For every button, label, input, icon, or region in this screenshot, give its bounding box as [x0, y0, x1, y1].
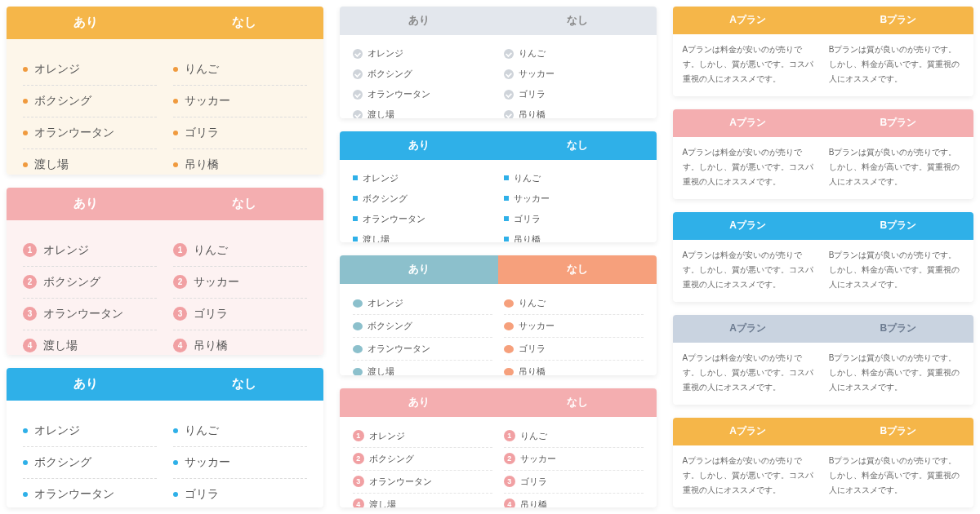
list-card-orange: あり なし オレンジ ボクシング オランウータン 渡し場 りんご サッカー ゴリ…	[7, 7, 323, 175]
square-icon	[504, 175, 509, 180]
plan-header-a: Aプラン	[673, 7, 823, 34]
bullet-icon	[23, 162, 28, 167]
plan-header-b: Bプラン	[823, 212, 973, 240]
bubble-icon	[504, 322, 514, 330]
square-icon	[504, 216, 509, 221]
list-item-label: ボクシング	[43, 275, 100, 290]
list-item-label: オランウータン	[34, 487, 114, 502]
bubble-icon	[353, 345, 363, 353]
plan-text-a: Aプランは料金が安いのが売りです。しかし、質が悪いです。コスパ重視の人にオススメ…	[683, 248, 817, 292]
list-item-label: ゴリラ	[514, 213, 541, 225]
number-icon: 2	[23, 275, 37, 289]
bullet-icon	[23, 99, 28, 104]
square-icon	[353, 237, 358, 241]
bullet-icon	[23, 131, 28, 135]
list-item-label: ゴリラ	[520, 476, 547, 488]
list-item-label: オランウータン	[43, 307, 123, 321]
list-item-label: ゴリラ	[519, 343, 546, 355]
number-icon: 4	[23, 339, 37, 352]
col-header-ari: あり	[340, 7, 498, 35]
list-item-label: サッカー	[514, 193, 550, 205]
list-item-label: 吊り橋	[514, 233, 541, 243]
number-icon: 1	[173, 243, 187, 257]
list-item-label: 吊り橋	[519, 366, 546, 374]
col-header-nashi: なし	[498, 7, 657, 35]
square-icon	[353, 216, 358, 221]
check-icon	[353, 69, 363, 79]
col-header-ari: あり	[340, 255, 498, 284]
list-item-label: 渡し場	[43, 339, 78, 353]
plan-text-b: Bプランは質が良いのが売りです。しかし、料金が高いです。質重視の人にオススメです…	[829, 42, 964, 86]
list-item-label: 渡し場	[368, 109, 394, 118]
col-header-nashi: なし	[498, 388, 657, 417]
col-header-nashi: なし	[165, 188, 323, 220]
list-item-label: 渡し場	[369, 498, 396, 507]
bubble-icon	[504, 368, 514, 375]
list-card-pink-sm: あり なし 1オレンジ 2ボクシング 3オランウータン 4渡し場 1りんご 2サ…	[340, 388, 657, 507]
list-card-gray: あり なし オレンジ ボクシング オランウータン 渡し場 りんご サッカー ゴリ…	[340, 7, 657, 118]
bullet-icon	[173, 131, 178, 135]
plan-card-orange-2: AプランBプラン Aプランは料金が安いのが売りです。しかし、質が悪いです。コスパ…	[673, 418, 973, 507]
plan-text-b: Bプランは質が良いのが売りです。しかし、料金が高いです。質重視の人にオススメです…	[829, 145, 964, 189]
check-icon	[353, 90, 363, 100]
list-right: りんご サッカー ゴリラ 吊り橋	[504, 43, 644, 118]
list-item-label: オランウータン	[363, 213, 425, 225]
list-item-label: 吊り橋	[519, 109, 546, 118]
plan-header-b: Bプラン	[823, 7, 973, 34]
list-left: オレンジ ボクシング オランウータン 渡し場	[353, 43, 492, 118]
list-item-label: ボクシング	[368, 320, 412, 332]
list-item-label: りんご	[520, 430, 547, 442]
number-icon: 3	[23, 307, 37, 321]
check-icon	[504, 110, 514, 118]
bubble-icon	[353, 368, 363, 375]
bullet-icon	[173, 162, 178, 167]
bullet-icon	[173, 460, 178, 465]
number-icon: 3	[353, 476, 364, 487]
plan-text-b: Bプランは質が良いのが売りです。しかし、料金が高いです。質重視の人にオススメです…	[829, 454, 964, 498]
list-item-label: オレンジ	[34, 423, 80, 438]
plan-text-b: Bプランは質が良いのが売りです。しかし、料金が高いです。質重視の人にオススメです…	[829, 351, 964, 395]
list-item-label: りんご	[185, 62, 219, 77]
list-item-label: ボクシング	[34, 94, 91, 109]
check-icon	[353, 110, 363, 118]
list-item-label: オレンジ	[43, 243, 89, 258]
plan-header-b: Bプラン	[823, 109, 973, 137]
list-right: りんご サッカー ゴリラ	[173, 415, 307, 507]
square-icon	[353, 196, 358, 201]
list-item-label: サッカー	[185, 455, 230, 470]
col-header-ari: あり	[7, 368, 165, 401]
list-right: 1りんご 2サッカー 3ゴリラ 4吊り橋	[504, 425, 644, 507]
plan-text-a: Aプランは料金が安いのが売りです。しかし、質が悪いです。コスパ重視の人にオススメ…	[683, 351, 817, 395]
col-header-ari: あり	[7, 7, 165, 39]
number-icon: 2	[353, 453, 364, 464]
check-icon	[504, 69, 514, 79]
list-item-label: 渡し場	[34, 157, 69, 172]
list-item-label: オランウータン	[369, 476, 432, 488]
list-item-label: オレンジ	[34, 62, 80, 77]
list-item-label: りんご	[514, 172, 541, 184]
square-icon	[504, 237, 509, 241]
list-item-label: ゴリラ	[185, 487, 219, 502]
number-icon: 1	[504, 430, 515, 441]
list-item-label: オレンジ	[363, 172, 399, 184]
list-item-label: 吊り橋	[185, 157, 219, 172]
bullet-icon	[173, 67, 178, 72]
list-item-label: サッカー	[194, 275, 239, 290]
plan-card-blue: AプランBプラン Aプランは料金が安いのが売りです。しかし、質が悪いです。コスパ…	[673, 212, 973, 302]
plan-card-orange: AプランBプラン Aプランは料金が安いのが売りです。しかし、質が悪いです。コスパ…	[673, 7, 973, 96]
list-item-label: オランウータン	[368, 343, 430, 355]
list-card-pink: あり なし 1オレンジ 2ボクシング 3オランウータン 4渡し場 1りんご 2サ…	[7, 188, 323, 356]
list-item-label: サッカー	[185, 94, 230, 109]
bubble-icon	[353, 299, 363, 308]
list-item-label: オランウータン	[368, 88, 430, 100]
list-item-label: サッカー	[520, 453, 556, 465]
plan-header-b: Bプラン	[823, 315, 973, 343]
list-item-label: 吊り橋	[194, 339, 228, 353]
number-icon: 3	[504, 476, 515, 487]
number-icon: 4	[504, 498, 515, 507]
list-item-label: オレンジ	[369, 430, 405, 442]
list-right: 1りんご 2サッカー 3ゴリラ 4吊り橋	[173, 235, 307, 356]
square-icon	[353, 175, 358, 180]
bubble-icon	[504, 345, 514, 353]
bullet-icon	[173, 492, 178, 497]
